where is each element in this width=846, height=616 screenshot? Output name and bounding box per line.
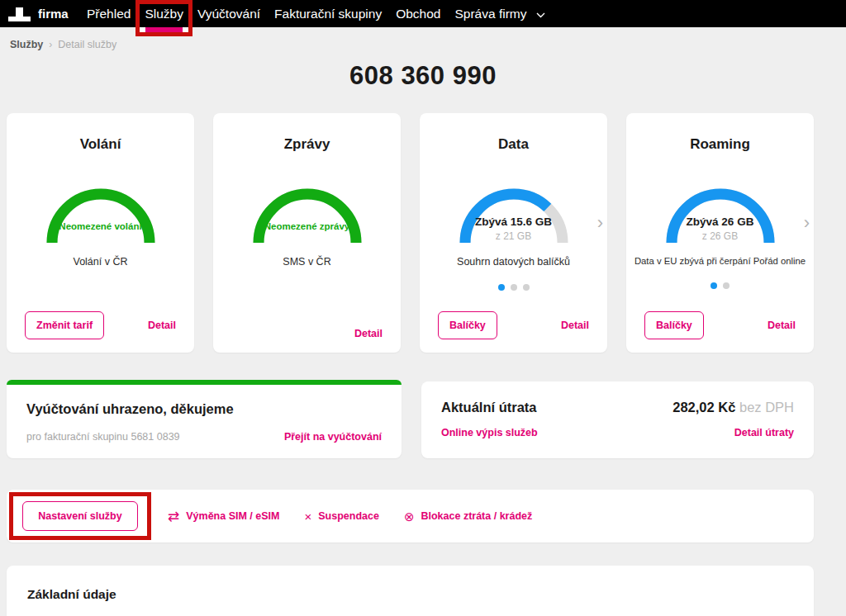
card-caption: Data v EU zbývá při čerpání Pořád online [626,256,814,266]
billing-card-row: pro fakturační skupinu 5681 0839 Přejít … [26,431,382,443]
carousel-dot[interactable] [723,282,730,289]
spend-card-row: Online výpis služeb Detail útraty [441,427,794,438]
card-caption: Souhrn datových balíčků [420,256,607,268]
billing-card-body: Vyúčtování uhrazeno, děkujeme pro faktur… [7,385,402,458]
card-title: Data [420,136,607,153]
carousel-next-icon[interactable]: › [804,212,810,234]
page-title: 608 360 990 [0,61,846,91]
balicky-button[interactable]: Balíčky [438,311,497,339]
annotation-box-settings: Nastavení služby [9,492,151,540]
gauge-sublabel: z 26 GB [658,230,782,242]
nav-item-obchod[interactable]: Obchod [396,0,440,27]
carousel-dot[interactable] [711,282,717,289]
gauge-sublabel: z 21 GB [452,230,576,242]
card-footer: Změnit tarif Detail [25,311,176,339]
main-content: Volání Neomezené volání Volání v ČR Změn… [7,113,814,616]
balicky-button[interactable]: Balíčky [644,311,704,339]
nav-item-vyuctovani[interactable]: Vyúčtování [197,0,260,27]
gauge-label: Neomezené zprávy [245,221,369,231]
spend-title: Aktuální útrata [441,400,537,415]
spend-card-row: Aktuální útrata 282,02 Kč bez DPH [441,400,794,415]
swap-icon: ⇄ [168,509,179,524]
circle-x-icon: ⊗ [404,510,415,523]
detail-link[interactable]: Detail [768,320,796,331]
go-to-billing-link[interactable]: Přejít na vyúčtování [284,431,382,443]
card-roaming: Roaming Zbývá 26 GB z 26 GB Data v EU zb… [626,113,814,353]
x-icon: × [304,510,311,523]
chevron-down-icon [536,0,545,27]
nav-item-prehled[interactable]: Přehled [87,0,131,27]
breadcrumb-separator-icon: › [49,39,52,50]
spend-amount: 282,02 Kč bez DPH [673,400,794,415]
spend-amount-suffix: bez DPH [739,400,794,415]
service-cards-row: Volání Neomezené volání Volání v ČR Změn… [7,113,814,353]
carousel-dots [420,284,607,291]
billing-status-card: Vyúčtování uhrazeno, děkujeme pro faktur… [7,380,402,458]
card-caption: SMS v ČR [213,256,401,268]
card-footer: Detail [231,328,383,339]
card-caption: Volání v ČR [7,256,194,268]
action-links: ⇄ Výměna SIM / eSIM × Suspendace ⊗ Bloka… [168,509,532,524]
suspend-action[interactable]: × Suspendace [304,510,378,523]
action-label: Blokace ztráta / krádež [421,510,532,522]
card-volani: Volání Neomezené volání Volání v ČR Změn… [7,113,194,353]
brand-logo[interactable]: firma [8,6,79,21]
data-gauge: Zbývá 15.6 GB z 21 GB [452,182,576,249]
detail-link[interactable]: Detail [148,320,176,331]
roaming-gauge: Zbývá 26 GB z 26 GB [658,182,782,249]
carousel-dot[interactable] [511,284,517,291]
card-title: Volání [7,136,194,153]
sim-swap-action[interactable]: ⇄ Výměna SIM / eSIM [168,509,279,524]
billing-status-title: Vyúčtování uhrazeno, děkujeme [26,401,382,417]
nav-item-sluzby-label: Služby [145,7,183,21]
brand-logo-label: firma [38,6,69,21]
card-footer: Balíčky Detail [644,311,796,339]
nav-item-sprava-firmy-label: Správa firmy [454,7,526,21]
breadcrumb-current: Detail služby [58,39,116,50]
t-logo-icon [8,7,31,21]
detail-link[interactable]: Detail [354,328,383,339]
basic-info-card: Základní údaje [7,566,814,616]
nav-item-fakturacni-skupiny[interactable]: Fakturační skupiny [274,0,382,27]
nav-item-sluzby[interactable]: Služby [145,0,183,27]
carousel-dots [626,282,814,289]
top-nav-bar: firma Přehled Služby Vyúčtování Fakturač… [0,0,846,27]
gauge-label: Zbývá 26 GB [642,216,799,228]
zmenit-tarif-button[interactable]: Změnit tarif [25,311,104,339]
detail-link[interactable]: Detail [561,320,589,331]
billing-row: Vyúčtování uhrazeno, děkujeme pro faktur… [7,380,814,458]
zpravy-gauge: Neomezené zprávy [245,182,369,249]
gauge-label: Zbývá 15.6 GB [435,216,592,228]
online-statement-link[interactable]: Online výpis služeb [441,427,538,438]
nav-item-sprava-firmy[interactable]: Správa firmy [454,0,544,27]
volani-gauge: Neomezené volání [39,182,163,249]
carousel-dot[interactable] [498,284,505,291]
billing-group-label: pro fakturační skupinu 5681 0839 [26,431,180,443]
carousel-next-icon[interactable]: › [597,212,603,234]
basic-info-title: Základní údaje [27,587,814,602]
active-nav-underline [145,27,183,32]
card-title: Roaming [626,136,814,153]
card-data: Data Zbývá 15.6 GB z 21 GB Souhrn datový… [420,113,607,353]
breadcrumb: Služby › Detail služby [0,27,846,50]
card-title: Zprávy [213,136,401,153]
action-label: Výměna SIM / eSIM [186,510,279,522]
service-actions-strip: Nastavení služby ⇄ Výměna SIM / eSIM × S… [7,490,814,543]
breadcrumb-parent[interactable]: Služby [10,39,43,50]
nav-items: Přehled Služby Vyúčtování Fakturační sku… [87,0,545,27]
card-footer: Balíčky Detail [438,311,589,339]
action-label: Suspendace [318,510,379,522]
card-zpravy: Zprávy Neomezené zprávy SMS v ČR Detail [213,113,401,353]
block-lost-stolen-action[interactable]: ⊗ Blokace ztráta / krádež [404,510,532,523]
current-spend-card: Aktuální útrata 282,02 Kč bez DPH Online… [421,381,814,458]
carousel-dot[interactable] [523,284,530,291]
spend-amount-value: 282,02 Kč [673,400,735,415]
gauge-label: Neomezené volání [39,221,163,231]
service-settings-button[interactable]: Nastavení služby [22,501,137,531]
spend-detail-link[interactable]: Detail útraty [734,427,794,438]
